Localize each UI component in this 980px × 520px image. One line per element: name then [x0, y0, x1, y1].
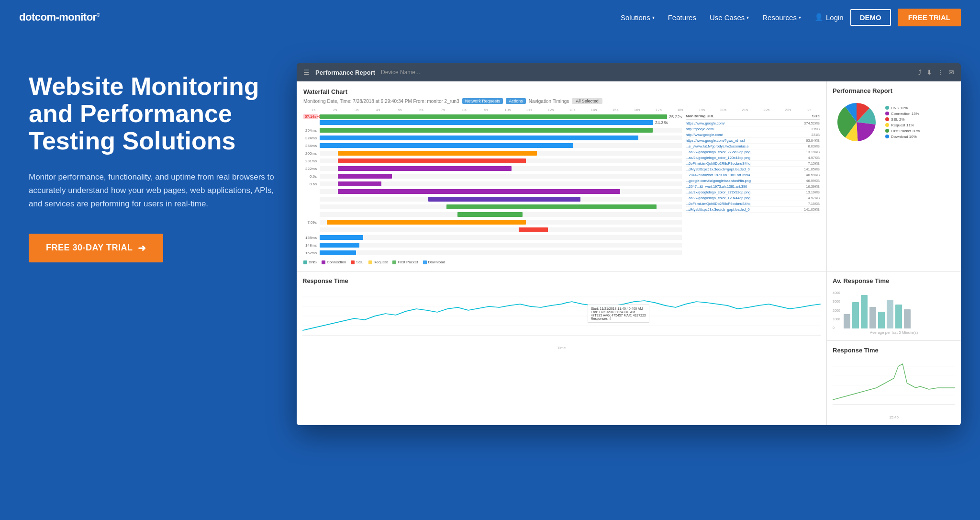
wf-legend-item: Connection — [322, 260, 346, 264]
waterfall-row: 200ms — [303, 150, 682, 157]
pie-legend-item: Request 11% — [885, 123, 920, 127]
pie-legend-item: SSL 2% — [885, 117, 920, 122]
waterfall-title: Waterfall Chart — [303, 88, 820, 95]
more-icon[interactable]: ⋮ — [937, 68, 944, 76]
waterfall-row — [303, 226, 682, 233]
wf-legend-item: SSL — [351, 260, 363, 264]
chart-2-xlabel: 15:45 — [833, 415, 955, 419]
pie-legend-item: Connection 15% — [885, 112, 920, 116]
wf-legend-item: Request — [368, 260, 388, 264]
filter-dropdown[interactable]: All Selected — [572, 98, 602, 104]
url-row: https://www.google.com/?gws_rd=ssl 63.84… — [686, 138, 820, 144]
chart-tooltip: Start: 11/21/2018 11:40:40 400 AM End: 1… — [588, 305, 649, 323]
menu-icon: ☰ — [303, 68, 310, 76]
waterfall-row: 7.09s — [303, 219, 682, 226]
wf-legend-item: Download — [423, 260, 445, 264]
login-button[interactable]: 👤 Login — [814, 13, 844, 22]
nav-actions: 👤 Login DEMO FREE TRIAL — [814, 9, 961, 26]
bar — [852, 302, 859, 328]
pie-legend-item: Download 10% — [885, 135, 920, 139]
response-time-2-section: Response Time — [827, 341, 961, 425]
free-trial-nav-button[interactable]: FREE TRIAL — [898, 9, 961, 26]
dashboard-actions: ⤴ ⬇ ⋮ ✉ — [918, 68, 954, 76]
user-icon: 👤 — [814, 13, 824, 22]
demo-button[interactable]: DEMO — [850, 9, 891, 26]
dashboard-mockup: ☰ Performance Report Device Name... ⤴ ⬇ … — [297, 63, 961, 425]
line-chart-1-svg — [302, 287, 821, 340]
waterfall-row: 231ms — [303, 158, 682, 164]
url-table: https://www.google.com/ 374.52KB http://… — [686, 121, 820, 213]
line-chart-2 — [833, 357, 955, 414]
waterfall-row: 222ms — [303, 165, 682, 172]
wf-legend-item: First Packet — [392, 260, 418, 264]
bar — [887, 300, 893, 328]
hero-section: Website Monitoring and Performance Testi… — [0, 34, 980, 520]
download-icon[interactable]: ⬇ — [926, 68, 932, 76]
response-time-1-title: Response Time — [302, 277, 821, 284]
network-requests-badge: Network Requests — [462, 98, 503, 104]
waterfall-meta: Monitoring Date, Time: 7/28/2018 at 9:29… — [303, 98, 820, 104]
bar — [895, 305, 902, 328]
bar — [844, 314, 850, 328]
nav-item-solutions[interactable]: Solutions ▾ — [621, 13, 655, 22]
waterfall-row — [303, 188, 682, 195]
dashboard-body: Waterfall Chart Monitoring Date, Time: 7… — [297, 81, 961, 425]
response-time-1-section: Response Time St — [297, 271, 827, 425]
hero-left: Website Monitoring and Performance Testi… — [29, 63, 278, 262]
url-row: ...ac/2x/googlelogo_color_120x44dp.png 4… — [686, 155, 820, 161]
logo: dotcom-monitor® — [19, 11, 100, 23]
chevron-down-icon: ▾ — [799, 15, 801, 20]
waterfall-row — [303, 203, 682, 210]
pie-legend-item: First Packet 30% — [885, 129, 920, 133]
close-icon[interactable]: ✉ — [948, 68, 954, 76]
arrow-icon: ➜ — [138, 242, 146, 254]
perf-report-title: Performance Report — [833, 87, 955, 94]
waterfall-row — [303, 211, 682, 218]
av-response-title: Av. Response Time — [833, 277, 955, 284]
nav-item-use-cases[interactable]: Use Cases ▾ — [710, 13, 749, 22]
waterfall-legend: DNS Connection SSL Request First Packet … — [303, 260, 682, 264]
waterfall-split: 57.14s~57.256... 25.22s 24.38s — [303, 114, 820, 264]
actions-badge: Actions — [506, 98, 526, 104]
wf-legend-item: DNS — [303, 260, 317, 264]
av-response-xlabel: Average per last 5 Minute(s) — [833, 330, 955, 335]
line-chart-1: Start: 11/21/2018 11:40:40 400 AM End: 1… — [302, 287, 821, 345]
waterfall-row: 0.6s — [303, 181, 682, 187]
nav-item-features[interactable]: Features — [668, 13, 696, 22]
waterfall-row: 254ms — [303, 127, 682, 134]
waterfall-row — [303, 196, 682, 203]
perf-report-section: Performance Report DNS 12% Connection 15… — [827, 81, 961, 271]
waterfall-row: 148ms — [303, 242, 682, 249]
bar — [869, 307, 876, 328]
url-row: ...ac/2x/googlelogo_color_120x44dp.png 4… — [686, 195, 820, 201]
right-bottom-col: Av. Response Time 4000 3000 2000 1000 0 — [827, 271, 961, 425]
url-row: ...e_j/www.lut.fv/gorodys.tv/2/asemius.a… — [686, 144, 820, 149]
bar-chart-container: 4000 3000 2000 1000 0 — [833, 287, 955, 329]
bar — [861, 295, 868, 328]
url-row: https://www.google.com/ 374.52KB — [686, 121, 820, 126]
waterfall-row: 324ms — [303, 135, 682, 141]
av-bar-chart — [844, 291, 911, 329]
bar — [904, 309, 911, 328]
url-size-col: Monitoring URL Size https://www.google.c… — [686, 114, 820, 264]
url-row: ...ac/2x/googlelogo_color_272x92dp.png 1… — [686, 190, 820, 195]
response-time-2-title: Response Time — [833, 347, 955, 354]
pie-chart — [833, 98, 880, 146]
share-icon[interactable]: ⤴ — [918, 68, 922, 76]
url-row: ...google.com/tia/googletassistant/tia.p… — [686, 178, 820, 184]
url-row: ...0oFi.mluimQoh6Do2R8cP9ocbnuS4hq 7.15K… — [686, 161, 820, 167]
cta-button[interactable]: FREE 30-DAY TRIAL ➜ — [29, 234, 163, 262]
waterfall-rows: 254ms 324ms 254ms 200ms 231ms — [303, 127, 682, 256]
url-row: ...20447e&t=wart.1973.ah.1381.art.3954 4… — [686, 172, 820, 178]
chevron-down-icon: ▾ — [652, 15, 655, 20]
url-row: http://google.com/ 219B — [686, 126, 820, 132]
waterfall-row: 0.6s — [303, 173, 682, 180]
url-row: ...dMysblttcpzJ3x.3eq/cb=gapi.loaded_0 1… — [686, 167, 820, 172]
timeline-header: 1s 2s 3s 4s 5s 6s 7s 8s 9s 10s 11s 12s 1… — [303, 108, 820, 112]
chart-1-xlabel: Time — [302, 346, 821, 350]
hero-description: Monitor performance, functionality, and … — [29, 170, 278, 211]
waterfall-row: 254ms — [303, 142, 682, 149]
pie-legend-item: DNS 12% — [885, 106, 920, 110]
nav-item-resources[interactable]: Resources ▾ — [762, 13, 801, 22]
summary-bar-area: 57.14s~57.256... 25.22s 24.38s — [303, 114, 682, 125]
